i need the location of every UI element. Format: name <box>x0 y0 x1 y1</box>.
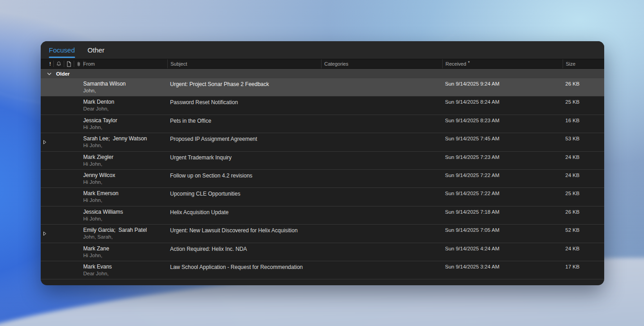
received-cell: Sun 9/14/2025 3:24 AM <box>442 261 563 279</box>
subject-cell: Helix Acquisition Update <box>167 206 321 224</box>
from-cell: Jenny Wilcox Hi John, <box>80 170 167 187</box>
tab-focused[interactable]: Focused <box>49 41 75 59</box>
received-cell: Sun 9/14/2025 7:22 AM <box>442 188 563 206</box>
mail-list-window: Focused Other ! <box>41 41 604 285</box>
categories-cell <box>321 115 442 133</box>
column-header-from[interactable]: From <box>80 59 167 68</box>
from-cell: Mark Zane Hi John, <box>80 243 167 261</box>
message-row[interactable]: Sarah Lee; Jenny Watson Hi John, Propose… <box>41 133 604 151</box>
column-header-categories[interactable]: Categories <box>321 59 442 68</box>
message-row[interactable]: Mark Ziegler Hi John, Urgent Trademark I… <box>41 152 604 170</box>
message-row[interactable]: Mark Evans Dear John, Law School Applica… <box>41 261 604 279</box>
expand-conversation-icon[interactable] <box>43 231 47 236</box>
categories-cell <box>321 225 442 242</box>
from-cell: Emily Garcia; Sarah Patel John, Sarah, <box>80 225 167 242</box>
received-cell: Sun 9/14/2025 4:24 AM <box>442 243 563 261</box>
categories-cell <box>321 78 442 96</box>
message-preview: John, <box>83 87 167 94</box>
message-row[interactable]: Mark Emerson Hi John, Upcoming CLE Oppor… <box>41 188 604 206</box>
row-gutter <box>41 170 80 187</box>
active-tab-underline <box>49 57 75 58</box>
tab-other-label: Other <box>88 46 105 54</box>
categories-cell <box>321 261 442 279</box>
sender-name: Mark Zane <box>83 245 167 252</box>
message-preview: Hi John, <box>83 179 167 186</box>
sender-name: Sarah Lee; Jenny Watson <box>83 135 167 142</box>
column-header-from-label: From <box>83 61 95 67</box>
sender-name: Mark Denton <box>83 99 167 105</box>
received-cell: Sun 9/14/2025 7:22 AM <box>442 170 563 187</box>
from-cell: Samantha Wilson John, <box>80 78 167 96</box>
message-preview: Hi John, <box>83 142 167 149</box>
row-gutter <box>41 206 80 224</box>
importance-icon: ! <box>49 61 51 67</box>
tab-focused-label: Focused <box>49 46 75 54</box>
subject-cell: Action Required: Helix Inc. NDA <box>167 243 321 261</box>
subject-cell: Password Reset Notification <box>167 96 321 114</box>
message-row[interactable]: Jessica Taylor Hi John, Pets in the Offi… <box>41 115 604 133</box>
column-header-item-type[interactable] <box>64 61 74 67</box>
row-gutter <box>41 243 80 261</box>
categories-cell <box>321 152 442 169</box>
subject-cell: Urgent: Project Sonar Phase 2 Feedback <box>167 78 321 96</box>
inbox-tab-bar: Focused Other <box>41 41 604 59</box>
chevron-down-icon <box>47 72 52 75</box>
subject-cell: Pets in the Office <box>167 115 321 133</box>
categories-cell <box>321 206 442 224</box>
sender-name: Jessica Williams <box>83 209 167 216</box>
from-cell: Mark Emerson Hi John, <box>80 188 167 206</box>
sender-name: Emily Garcia; Sarah Patel <box>83 227 167 234</box>
size-cell: 26 KB <box>563 206 604 224</box>
message-row[interactable]: Jessica Williams Hi John, Helix Acquisit… <box>41 206 604 225</box>
sender-name: Mark Evans <box>83 264 167 270</box>
column-header-row: ! From Subject C <box>41 59 604 69</box>
categories-cell <box>321 133 442 151</box>
size-cell: 24 KB <box>563 152 604 169</box>
received-cell: Sun 9/14/2025 8:23 AM <box>442 115 563 133</box>
from-cell: Mark Denton Dear John, <box>80 96 167 114</box>
from-cell: Jessica Williams Hi John, <box>80 206 167 224</box>
row-gutter <box>41 261 80 279</box>
received-cell: Sun 9/14/2025 7:23 AM <box>442 152 563 169</box>
size-cell: 52 KB <box>563 225 604 242</box>
size-cell: 24 KB <box>563 170 604 187</box>
icon-column-headers: ! <box>41 59 80 68</box>
from-cell: Mark Ziegler Hi John, <box>80 152 167 169</box>
sender-name: Jessica Taylor <box>83 117 167 124</box>
message-row[interactable]: Mark Denton Dear John, Password Reset No… <box>41 96 604 115</box>
categories-cell <box>321 96 442 114</box>
column-header-subject[interactable]: Subject <box>167 59 321 68</box>
message-row[interactable]: Jenny Wilcox Hi John, Follow up on Secti… <box>41 170 604 188</box>
size-cell: 25 KB <box>563 188 604 206</box>
categories-cell <box>321 170 442 187</box>
received-cell: Sun 9/14/2025 7:18 AM <box>442 206 563 224</box>
message-row[interactable]: Samantha Wilson John, Urgent: Project So… <box>41 78 604 96</box>
row-gutter <box>41 188 80 206</box>
message-row[interactable]: Emily Garcia; Sarah Patel John, Sarah, U… <box>41 225 604 243</box>
sender-name: Jenny Wilcox <box>83 172 167 179</box>
group-header-older[interactable]: Older <box>41 69 604 78</box>
sender-name: Mark Emerson <box>83 190 167 197</box>
tab-other[interactable]: Other <box>88 41 105 59</box>
bell-icon <box>56 61 62 67</box>
from-cell: Mark Evans Dear John, <box>80 261 167 279</box>
message-row[interactable]: Mark Zane Hi John, Action Required: Heli… <box>41 243 604 261</box>
subject-cell: Urgent Trademark Inquiry <box>167 152 321 169</box>
column-header-received[interactable]: Received ▼ <box>442 59 563 68</box>
row-gutter <box>41 78 80 96</box>
message-preview: Hi John, <box>83 252 167 259</box>
column-header-importance[interactable]: ! <box>47 61 54 67</box>
column-header-size[interactable]: Size <box>563 59 604 68</box>
column-header-received-label: Received <box>445 61 466 67</box>
column-header-reminder[interactable] <box>54 61 64 67</box>
size-cell: 24 KB <box>563 243 604 261</box>
column-header-size-label: Size <box>566 61 575 67</box>
categories-cell <box>321 243 442 261</box>
message-preview: Hi John, <box>83 216 167 222</box>
received-cell: Sun 9/14/2025 7:05 AM <box>442 225 563 242</box>
message-preview: Hi John, <box>83 124 167 131</box>
row-gutter <box>41 96 80 114</box>
expand-conversation-icon[interactable] <box>43 140 47 144</box>
subject-cell: Law School Application - Request for Rec… <box>167 261 321 279</box>
row-gutter <box>41 133 80 151</box>
